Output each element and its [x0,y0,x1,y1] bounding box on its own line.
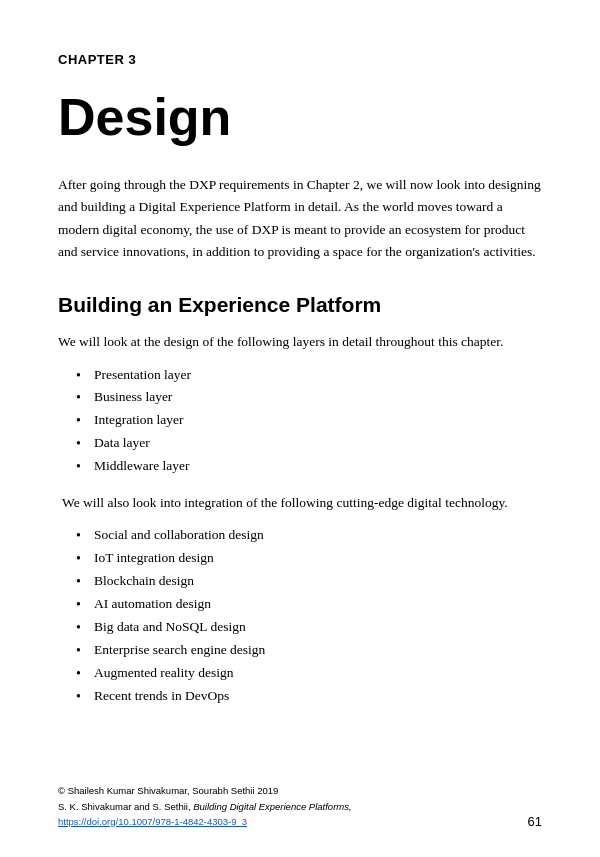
technologies-list: Social and collaboration design IoT inte… [76,524,542,708]
list-item: Augmented reality design [76,662,542,685]
list-item: AI automation design [76,593,542,616]
page: CHAPTER 3 Design After going through the… [0,0,600,857]
list-item: Middleware layer [76,455,542,478]
list-item: Big data and NoSQL design [76,616,542,639]
list-item: Social and collaboration design [76,524,542,547]
list-item: Blockchain design [76,570,542,593]
footer: © Shailesh Kumar Shivakumar, Sourabh Set… [58,783,542,829]
footer-copyright: © Shailesh Kumar Shivakumar, Sourabh Set… [58,783,542,829]
list-item: Enterprise search engine design [76,639,542,662]
footer-book-title: Building Digital Experience Platforms, [193,801,351,812]
list-item: Presentation layer [76,364,542,387]
layers-list: Presentation layer Business layer Integr… [76,364,542,479]
list-item: Business layer [76,386,542,409]
section-title: Building an Experience Platform [58,293,542,317]
list-item: Integration layer [76,409,542,432]
section-intro: We will look at the design of the follow… [58,331,542,353]
chapter-label: CHAPTER 3 [58,52,542,67]
list-item: IoT integration design [76,547,542,570]
page-number: 61 [528,814,542,829]
list-item: Data layer [76,432,542,455]
intro-paragraph: After going through the DXP requirements… [58,174,542,263]
list-item: Recent trends in DevOps [76,685,542,708]
cutting-edge-intro: We will also look into integration of th… [62,492,542,514]
footer-doi-link[interactable]: https://doi.org/10.1007/978-1-4842-4303-… [58,816,247,827]
chapter-title: Design [58,89,542,146]
